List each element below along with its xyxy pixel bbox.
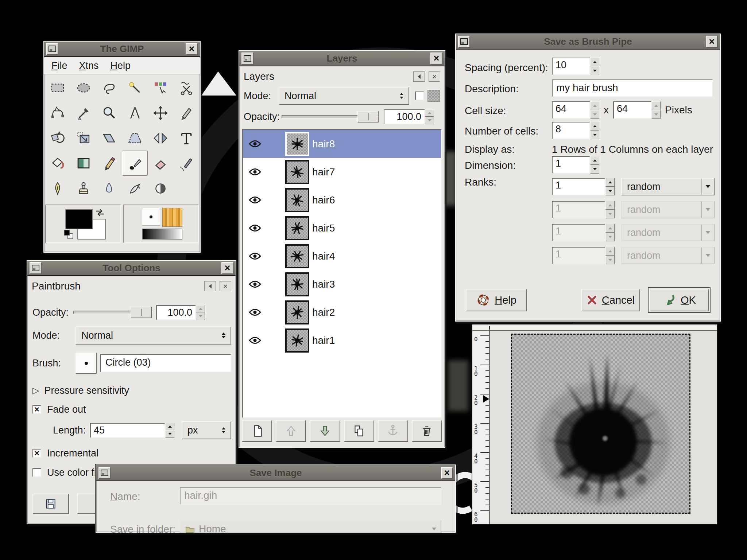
menu-file[interactable]: File [47,59,72,73]
tool-shear-icon[interactable] [96,125,122,151]
save-image-titlebar[interactable]: Save Image × [96,465,455,481]
fade-out-checkbox[interactable]: × [32,405,41,414]
brush-preview-button[interactable] [76,353,97,374]
cell-height-input[interactable]: 64 [613,101,661,119]
spin-up-button[interactable] [651,101,661,110]
opacity-slider-handle[interactable] [131,307,152,318]
duplicate-layer-button[interactable] [344,420,374,442]
layer-row-hair1[interactable]: hair1 [243,326,441,354]
spin-up-button[interactable] [165,423,174,431]
cell-width-input[interactable]: 64 [552,101,599,119]
close-button[interactable]: × [441,467,453,479]
tool-scale-icon[interactable] [71,125,97,151]
save-options-button[interactable] [32,494,69,514]
layer-row-hair6[interactable]: hair6 [243,186,441,214]
detach-close-button[interactable]: ✕ [220,281,231,291]
visibility-eye-icon[interactable] [248,195,263,205]
close-button[interactable]: × [186,43,198,55]
tool-dodge-burn-icon[interactable] [148,176,174,201]
layer-row-hair7[interactable]: hair7 [243,158,441,186]
layer-row-hair4[interactable]: hair4 [243,242,441,270]
layer-opacity-input[interactable]: 100.0 [384,109,434,124]
tab-menu-button[interactable] [413,71,425,82]
rank-mode-dropdown[interactable]: random [621,224,715,241]
spin-up-button[interactable] [605,178,615,187]
toolbox-titlebar[interactable]: The GIMP × [44,42,200,57]
opacity-input[interactable]: 100.0 [156,305,205,320]
spin-up-button[interactable] [590,58,599,66]
tool-fuzzy-select-icon[interactable] [122,75,148,100]
tool-measure-icon[interactable] [122,100,148,125]
use-gradient-checkbox[interactable] [32,468,41,477]
tool-move-icon[interactable] [148,100,174,125]
layer-row-hair2[interactable]: hair2 [243,298,441,326]
spin-down-button[interactable] [605,210,615,218]
tool-rect-select-icon[interactable] [45,75,71,100]
tool-crop-icon[interactable] [174,100,200,125]
rank-count-input[interactable]: 1 [552,247,615,264]
horizontal-ruler[interactable] [472,324,717,331]
length-unit-dropdown[interactable]: px [182,421,231,439]
layer-row-hair5[interactable]: hair5 [243,214,441,242]
tool-eraser-icon[interactable] [148,151,174,176]
help-button[interactable]: Help [466,289,527,311]
spin-down-button[interactable] [605,187,615,195]
description-input[interactable]: my hair brush [552,79,713,97]
tool-smudge-icon[interactable] [122,176,148,201]
foreground-color-swatch[interactable] [65,209,93,229]
cancel-button[interactable]: Cancel [581,289,640,311]
spin-up-button[interactable] [605,224,615,233]
tool-intelligent-scissors-icon[interactable] [174,75,200,100]
brush-name-field[interactable]: Circle (03) [100,354,231,372]
tool-color-picker-icon[interactable] [71,100,97,125]
swap-colors-icon[interactable] [95,208,105,217]
window-menu-button[interactable] [46,43,58,55]
spacing-input[interactable]: 10 [552,58,599,75]
tool-pencil-icon[interactable] [96,151,122,176]
window-menu-button[interactable] [241,52,253,65]
layer-row-hair8[interactable]: hair8 [243,130,441,158]
tool-paths-icon[interactable] [45,100,71,125]
close-button[interactable]: × [221,262,233,274]
tool-bucket-fill-icon[interactable] [45,151,71,176]
opacity-slider-handle[interactable] [357,111,379,122]
spin-down-button[interactable] [165,430,174,438]
pressure-sensitivity-expander[interactable]: ▷ Pressure sensitivity [32,384,231,397]
spin-down-button[interactable] [605,233,615,241]
num-cells-input[interactable]: 8 [552,122,599,139]
visibility-eye-icon[interactable] [248,167,263,176]
default-colors-icon[interactable] [64,230,73,239]
window-menu-button[interactable] [98,467,111,479]
tab-menu-button[interactable] [204,281,216,291]
tool-ellipse-select-icon[interactable] [71,75,97,100]
active-pattern-preview[interactable] [162,208,182,227]
spin-up-button[interactable] [605,201,615,210]
spin-up-button[interactable] [425,109,434,117]
vertical-ruler[interactable]: 01 02 03 04 05 06 0 [472,331,490,524]
rank-mode-dropdown[interactable]: random [621,178,715,195]
folder-dropdown[interactable]: Home [180,520,441,533]
spin-down-button[interactable] [605,256,615,264]
visibility-eye-icon[interactable] [248,336,263,345]
tool-flip-icon[interactable] [148,125,174,151]
active-gradient-preview[interactable] [142,229,182,240]
spin-down-button[interactable] [590,131,599,139]
tool-clone-icon[interactable] [71,176,97,201]
filename-input[interactable]: hair.gih [180,487,441,505]
spin-down-button[interactable] [196,312,205,320]
spin-down-button[interactable] [590,110,599,119]
brush-pipe-titlebar[interactable]: Save as Brush Pipe × [456,34,720,50]
menu-help[interactable]: Help [106,59,135,73]
opacity-slider[interactable] [73,311,152,314]
window-menu-button[interactable] [30,262,42,274]
visibility-eye-icon[interactable] [248,252,263,261]
rank-mode-dropdown[interactable]: random [621,247,715,264]
length-input[interactable]: 45 [90,423,174,438]
tool-select-by-color-icon[interactable] [148,75,174,100]
close-button[interactable]: × [430,52,442,65]
tool-perspective-icon[interactable] [122,125,148,151]
tool-convolve-icon[interactable] [96,176,122,201]
rank-count-input[interactable]: 1 [552,224,615,241]
visibility-eye-icon[interactable] [248,308,263,317]
visibility-eye-icon[interactable] [248,280,263,289]
